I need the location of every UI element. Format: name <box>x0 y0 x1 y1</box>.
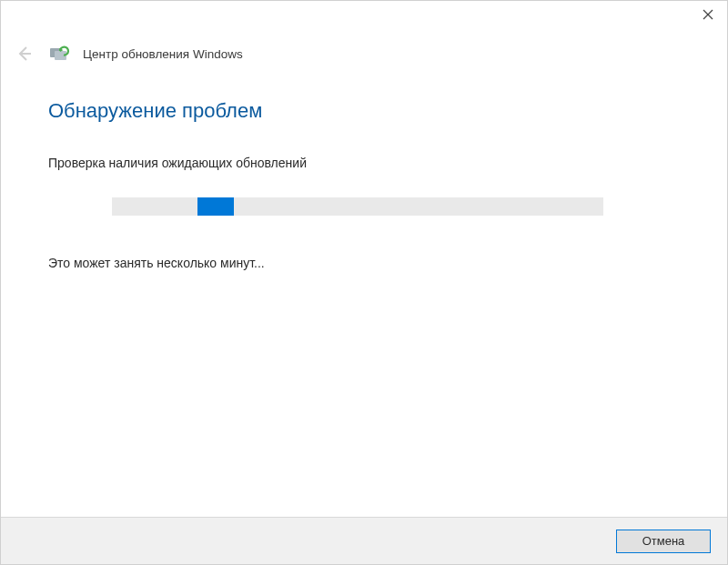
status-text: Проверка наличия ожидающих обновлений <box>48 156 680 170</box>
windows-update-icon <box>50 45 70 62</box>
titlebar <box>1 1 727 34</box>
close-icon[interactable] <box>702 8 714 21</box>
page-heading: Обнаружение проблем <box>48 99 680 123</box>
progress-chunk <box>197 197 234 216</box>
progress-bar <box>112 197 603 216</box>
hint-text: Это может занять несколько минут... <box>48 256 680 270</box>
footer: Отмена <box>1 517 727 564</box>
content-area: Обнаружение проблем Проверка наличия ожи… <box>1 65 727 270</box>
cancel-button[interactable]: Отмена <box>616 530 711 553</box>
header-row: Центр обновления Windows <box>1 34 727 65</box>
back-arrow-icon <box>14 43 35 65</box>
app-title: Центр обновления Windows <box>83 47 243 61</box>
